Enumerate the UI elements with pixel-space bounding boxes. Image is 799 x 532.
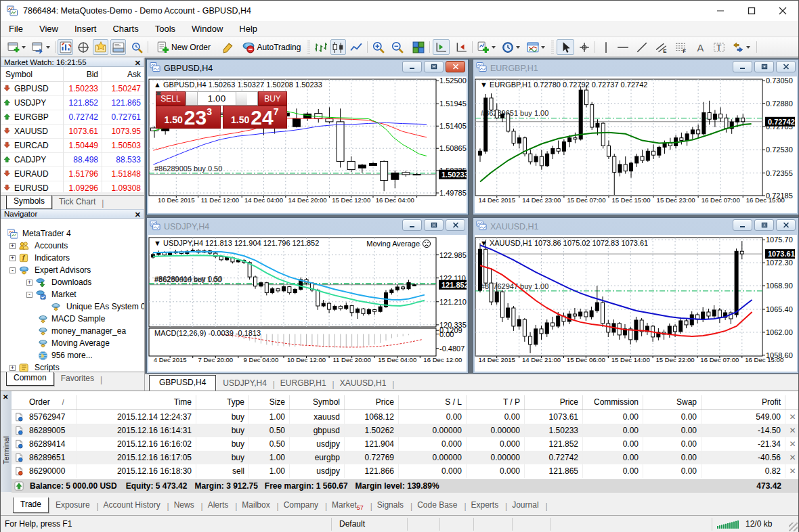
bar-chart-button[interactable] — [313, 39, 328, 55]
trendline-button[interactable] — [633, 39, 650, 55]
menu-view[interactable]: View — [31, 21, 66, 36]
tree-item-unique-eas-system-05[interactable]: Unique EAs System 05 — [1, 301, 144, 313]
chart-restore-button[interactable] — [754, 61, 774, 72]
chart-window-titlebar[interactable]: USDJPY,H4 — [147, 218, 468, 235]
close-order-icon[interactable]: ✕ — [785, 410, 799, 424]
sell-price[interactable]: 1.50233 — [156, 106, 221, 129]
terminal-tab-experts[interactable]: Experts| — [465, 497, 506, 512]
market-watch-row[interactable]: CADJPY88.49888.533 — [1, 153, 144, 167]
zoom-out-button[interactable] — [389, 39, 405, 55]
terminal-tab-alerts[interactable]: Alerts| — [201, 497, 236, 512]
tree-item-expert-advisors[interactable]: -Expert Advisors — [1, 264, 144, 276]
tree-item-indicators[interactable]: +fIndicators — [1, 252, 144, 264]
chart-body[interactable]: 1.525001.519451.514051.508651.503251.497… — [148, 76, 467, 213]
templates-button[interactable] — [525, 39, 547, 55]
data-window-button[interactable] — [75, 39, 91, 55]
chart-canvas-eurgbp-h1[interactable]: 0.730500.728800.727050.725300.723550.721… — [475, 76, 797, 213]
chart-canvas-usdjpy-h4[interactable]: 122.985122.110121.210120.3354 Dec 20157 … — [148, 235, 467, 372]
market-watch-row[interactable]: GBPUSD1.502331.50247 — [1, 82, 144, 96]
new-chart-dropdown-arrow[interactable] — [22, 46, 26, 49]
maximize-button[interactable] — [736, 1, 767, 21]
lots-increase-button[interactable] — [236, 92, 247, 105]
column-header-sl[interactable]: S / L — [399, 395, 467, 409]
tile-windows-button[interactable] — [410, 39, 427, 55]
equidistant-channel-button[interactable]: E — [652, 39, 670, 55]
indicators-button[interactable] — [475, 39, 497, 55]
order-row-86289651[interactable]: 862896512015.12.16 16:17:05buy1.00eurgbp… — [12, 451, 798, 464]
arrows-dropdown-arrow[interactable] — [746, 46, 750, 49]
collapse-icon[interactable]: - — [26, 292, 33, 298]
chart-minimize-button[interactable] — [733, 61, 752, 72]
menu-insert[interactable]: Insert — [66, 21, 105, 36]
market-watch-button[interactable] — [58, 39, 73, 55]
terminal-button[interactable] — [110, 39, 126, 55]
market-watch-row[interactable]: EURUSD1.092961.09308 — [1, 181, 144, 196]
text-button[interactable]: A — [693, 39, 709, 55]
terminal-tab-news[interactable]: News| — [167, 497, 201, 512]
column-header-profit[interactable]: Profit — [701, 395, 785, 409]
chart-restore-button[interactable] — [754, 219, 774, 231]
chart-window-titlebar[interactable]: XAUUSD,H1 — [473, 218, 798, 235]
column-header-swap[interactable]: Swap — [643, 395, 701, 409]
collapse-icon[interactable]: - — [9, 267, 16, 273]
lot-size-input[interactable]: 1.00 — [198, 93, 236, 104]
templates-dropdown-arrow[interactable] — [541, 46, 545, 49]
text-label-button[interactable]: T — [711, 39, 727, 55]
buy-button[interactable]: BUY — [258, 91, 287, 106]
order-row-86289005[interactable]: 862890052015.12.16 16:14:31buy0.50gbpusd… — [12, 424, 798, 437]
chart-tab-xauusd-h1[interactable]: XAUUSD,H1| — [333, 376, 393, 391]
tab-symbols[interactable]: Symbols — [6, 196, 52, 209]
expand-icon[interactable]: + — [9, 243, 16, 249]
column-symbol[interactable]: Symbol — [1, 70, 63, 79]
tree-item-downloads[interactable]: +Downloads — [1, 276, 144, 288]
chart-minimize-button[interactable] — [402, 61, 422, 72]
chart-minimize-button[interactable] — [402, 219, 422, 231]
market-watch-row[interactable]: EURGBP0.727420.72761 — [1, 110, 144, 125]
expand-icon[interactable]: + — [9, 255, 16, 261]
candle-chart-button[interactable] — [330, 39, 346, 55]
chart-body[interactable]: 1075.701072.301068.901065.401062.001058.… — [475, 235, 797, 372]
chart-close-button[interactable] — [446, 61, 465, 72]
terminal-close-icon[interactable]: ✕ — [3, 393, 8, 401]
close-order-icon[interactable]: ✕ — [785, 424, 799, 437]
terminal-tab-journal[interactable]: Journal| — [505, 497, 545, 512]
tree-item-moving-average[interactable]: Moving Average — [1, 337, 144, 349]
column-bid[interactable]: Bid — [63, 70, 102, 79]
column-header-type[interactable]: Type — [196, 395, 249, 409]
chart-close-button[interactable] — [776, 219, 796, 231]
cursor-button[interactable] — [557, 39, 574, 55]
tree-item-market[interactable]: -Market — [1, 288, 144, 301]
column-header-price[interactable]: Price — [525, 395, 583, 409]
column-header-price[interactable]: Price — [345, 395, 399, 409]
periods-dropdown-arrow[interactable] — [516, 46, 520, 49]
menu-window[interactable]: Window — [183, 21, 231, 36]
buy-price[interactable]: 1.50247 — [223, 106, 288, 129]
chart-window-titlebar[interactable]: GBPUSD,H4 — [147, 60, 468, 76]
auto-scroll-button[interactable] — [433, 39, 450, 55]
column-header-time[interactable]: Time — [77, 395, 196, 409]
column-header-commission[interactable]: Commission — [583, 395, 643, 409]
status-profile[interactable]: Default — [339, 516, 365, 532]
close-order-icon[interactable]: ✕ — [785, 437, 799, 451]
indicators-dropdown-arrow[interactable] — [492, 46, 496, 49]
vertical-line-button[interactable] — [598, 39, 613, 55]
column-header-size[interactable]: Size — [249, 395, 290, 409]
tree-item-accounts[interactable]: +Accounts — [1, 240, 144, 252]
tree-item-money-manager-ea[interactable]: money_manager_ea — [1, 325, 144, 337]
tab-favorites[interactable]: Favorites| — [54, 372, 101, 385]
chart-tab-eurgbp-h1[interactable]: EURGBP,H1| — [274, 376, 333, 391]
chart-shift-button[interactable] — [452, 39, 469, 55]
chart-canvas-xauusd-h1[interactable]: 1075.701072.301068.901065.401062.001058.… — [475, 235, 797, 372]
chart-tab-usdjpy-h4[interactable]: USDJPY,H4| — [216, 376, 273, 391]
menu-help[interactable]: Help — [231, 21, 265, 36]
close-order-icon[interactable]: ✕ — [785, 464, 799, 478]
autotrading-button[interactable]: AutoTrading — [240, 39, 303, 55]
strategy-tester-button[interactable] — [129, 39, 144, 55]
minimize-button[interactable] — [705, 1, 736, 21]
market-watch-row[interactable]: EURCAD1.504491.50503 — [1, 139, 144, 153]
zoom-in-button[interactable] — [370, 39, 386, 55]
order-row-85762947[interactable]: 857629472015.12.14 12:24:37buy1.00xauusd… — [12, 410, 798, 424]
market-watch-row[interactable]: XAUUSD1073.611073.95 — [1, 125, 144, 139]
new-order-button[interactable]: New Order — [151, 39, 216, 55]
terminal-tab-company[interactable]: Company| — [277, 497, 325, 512]
